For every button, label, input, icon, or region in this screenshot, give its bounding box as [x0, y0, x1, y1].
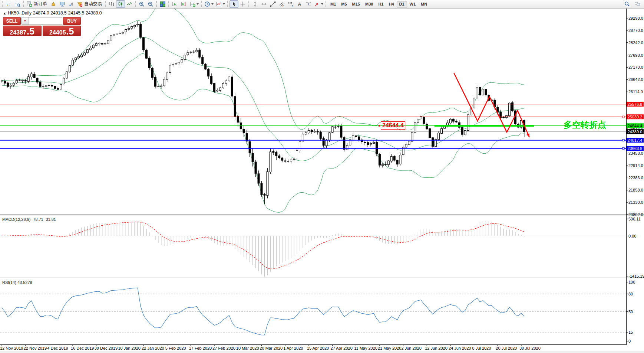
dropdown-caret-icon[interactable]	[211, 3, 214, 5]
candle-body	[509, 103, 511, 116]
candle-body	[51, 85, 53, 86]
arrow-objects-button[interactable]	[313, 0, 324, 8]
timeframe-d1-button[interactable]: D1	[397, 1, 407, 7]
timeframe-h1-button[interactable]: H1	[376, 1, 386, 7]
expert-advisors-icon	[50, 1, 56, 7]
candle-body	[95, 43, 97, 45]
macd-histogram	[2, 221, 524, 277]
horizontal-line-button[interactable]	[260, 0, 268, 8]
chat-button[interactable]	[633, 0, 642, 8]
date-tick-label: 27 Apr 2020	[331, 346, 353, 350]
candle-body	[317, 131, 318, 132]
line-anchor[interactable]	[622, 147, 624, 149]
macd-panel[interactable]	[0, 221, 626, 277]
fibonacci-button[interactable]: F	[286, 0, 295, 8]
main-chart-panel[interactable]	[0, 4, 626, 213]
dropdown-caret-icon[interactable]	[223, 3, 225, 5]
pivot-price-label[interactable]: 24644.4	[381, 121, 405, 130]
timeframe-m1-button[interactable]: M1	[328, 1, 338, 7]
chat-icon	[634, 1, 640, 7]
tile-windows-button[interactable]	[158, 0, 167, 8]
dropdown-caret-icon[interactable]	[196, 3, 199, 5]
timeframe-mn-button[interactable]: MN	[418, 1, 430, 7]
line-anchor[interactable]	[622, 139, 624, 141]
date-tick-label: 16 Dec 2019	[71, 346, 94, 350]
toolbar-group-grip	[248, 1, 249, 7]
volume-input[interactable]	[29, 17, 62, 24]
candle-body	[417, 119, 419, 122]
line-anchor[interactable]	[622, 116, 624, 118]
svg-text:F: F	[292, 4, 293, 7]
search-button[interactable]	[622, 0, 631, 8]
candlestick-chart-button[interactable]	[116, 0, 125, 8]
buy-button[interactable]: BUY	[63, 17, 81, 25]
candle-body	[1, 81, 3, 81]
candle-body	[69, 66, 71, 72]
market-watch-button[interactable]	[4, 0, 13, 8]
volume-decrease-button[interactable]: ▼	[22, 17, 29, 24]
timeframe-w1-button[interactable]: W1	[407, 1, 419, 7]
chart-canvas[interactable]: 29298.028770.028242.027698.027170.026642…	[0, 0, 644, 353]
auto-scroll-button[interactable]	[171, 0, 179, 8]
chart-shift-button[interactable]	[179, 0, 188, 8]
timeframe-h4-button[interactable]: H4	[386, 1, 396, 7]
toolbar-group-grip	[168, 1, 169, 7]
new-order-button[interactable]: 新订单	[25, 0, 49, 8]
sell-button[interactable]: SELL	[3, 17, 21, 25]
candle-body	[125, 29, 127, 32]
line-chart-button[interactable]	[125, 0, 134, 8]
candle-body	[320, 132, 321, 138]
data-window-button[interactable]	[13, 0, 22, 8]
vertical-line-button[interactable]	[251, 0, 260, 8]
date-tick-label: 30 Jul 2020	[519, 346, 541, 350]
text-label-button[interactable]: T	[304, 0, 313, 8]
bar-chart-button[interactable]	[107, 0, 116, 8]
price-axis[interactable]: 29298.028770.028242.027698.027170.026642…	[627, 16, 644, 343]
templates-icon	[216, 1, 222, 7]
metaeditor-button[interactable]	[58, 0, 67, 8]
buy-price[interactable]: 24405 .5	[43, 26, 81, 36]
equidistant-channel-button[interactable]: E	[277, 0, 286, 8]
status-strip	[0, 351, 644, 353]
trendline-button[interactable]	[268, 0, 277, 8]
date-axis[interactable]: 12 Nov 201922 Nov 20194 Dec 201916 Dec 2…	[0, 345, 541, 350]
candle-body	[101, 43, 103, 44]
candle-body	[275, 153, 277, 156]
horizontal-line-icon	[261, 1, 267, 7]
candle-body	[273, 151, 274, 153]
timeframe-m5-button[interactable]: M5	[338, 1, 349, 7]
candle-body	[479, 87, 481, 95]
candle-body	[33, 74, 35, 78]
cursor-button[interactable]	[229, 0, 238, 8]
candle-body	[199, 50, 201, 57]
toolbar-group-grip	[23, 1, 24, 7]
one-click-collapse-icon[interactable]: ▲	[3, 12, 6, 15]
autotrade-button[interactable]: 自动交易	[76, 0, 104, 8]
signals-button[interactable]	[67, 0, 76, 8]
candle-body	[122, 32, 124, 33]
candle-body	[217, 90, 218, 91]
sell-price[interactable]: 24387 .5	[3, 26, 42, 36]
pivot-label-anchor[interactable]	[379, 125, 380, 127]
dropdown-caret-icon[interactable]	[321, 3, 323, 5]
date-tick-label: 4 Dec 2019	[47, 346, 68, 350]
candle-body	[225, 81, 227, 84]
date-tick-label: 2 Jun 2020	[402, 346, 422, 350]
crosshair-button[interactable]	[238, 0, 247, 8]
date-tick-label: 12 Jun 2020	[425, 346, 448, 350]
candle-body	[80, 55, 82, 57]
zoom-out-button[interactable]	[146, 0, 155, 8]
expert-advisors-button[interactable]	[49, 0, 58, 8]
new-chart-button[interactable]	[188, 0, 200, 8]
text-button[interactable]: A	[295, 0, 304, 8]
pivot-annotation-text[interactable]: 多空转折点	[564, 119, 606, 131]
timeframe-m30-button[interactable]: M30	[363, 1, 376, 7]
timeframe-m15-button[interactable]: M15	[350, 1, 363, 7]
zoom-in-button[interactable]	[137, 0, 146, 8]
candle-body	[258, 174, 260, 183]
periods-clock-button[interactable]	[203, 0, 215, 8]
candle-body	[89, 48, 91, 50]
candle-body	[66, 72, 68, 78]
templates-button[interactable]	[215, 0, 226, 8]
candle-body	[208, 69, 209, 76]
